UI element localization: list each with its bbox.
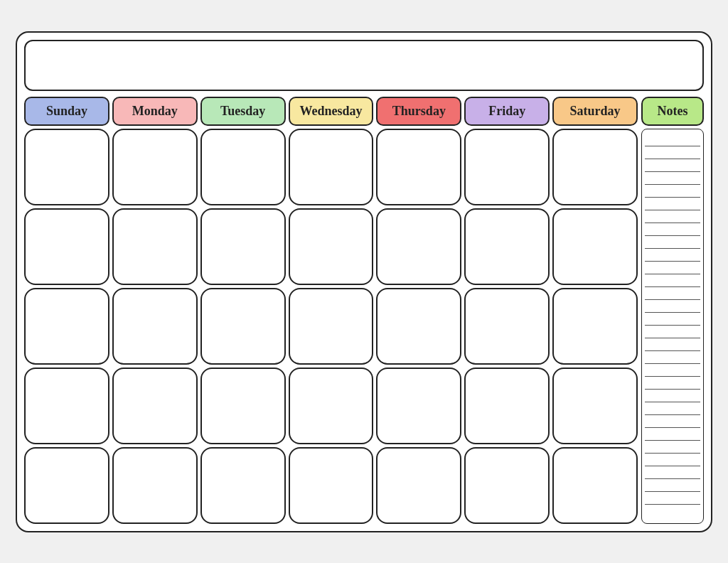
grid-row-3 <box>24 288 638 365</box>
note-line <box>645 377 700 390</box>
cell-4-6[interactable] <box>464 368 550 444</box>
cell-5-3[interactable] <box>200 447 286 524</box>
note-line <box>645 300 700 313</box>
header-monday: Monday <box>112 97 198 126</box>
cell-1-3[interactable] <box>200 129 286 205</box>
note-line <box>645 198 700 210</box>
note-line <box>645 351 700 364</box>
notes-lines[interactable] <box>641 129 704 524</box>
note-line <box>645 159 700 172</box>
cell-5-5[interactable] <box>376 447 461 524</box>
note-line <box>645 236 700 249</box>
cell-2-3[interactable] <box>200 208 286 285</box>
cell-2-4[interactable] <box>289 208 374 285</box>
grid-row-2 <box>24 208 638 285</box>
cell-3-1[interactable] <box>24 288 109 365</box>
grid-row-4 <box>24 368 638 444</box>
cell-1-5[interactable] <box>376 129 461 205</box>
cell-1-1[interactable] <box>24 129 109 205</box>
note-line <box>645 223 700 236</box>
note-line <box>645 185 700 198</box>
cell-4-7[interactable] <box>552 368 638 444</box>
cell-5-7[interactable] <box>552 447 638 524</box>
cell-4-1[interactable] <box>24 368 109 444</box>
cell-2-5[interactable] <box>376 208 461 285</box>
note-line <box>645 326 700 338</box>
cell-3-7[interactable] <box>552 288 638 365</box>
cell-4-2[interactable] <box>112 368 198 444</box>
cell-2-7[interactable] <box>552 208 638 285</box>
cell-2-6[interactable] <box>464 208 550 285</box>
note-line <box>645 505 700 518</box>
note-line <box>645 428 700 441</box>
cell-2-1[interactable] <box>24 208 109 285</box>
note-line <box>645 479 700 492</box>
days-section: Sunday Monday Tuesday Wednesday Thursday… <box>24 97 638 524</box>
notes-header: Notes <box>641 97 704 126</box>
note-line <box>645 262 700 274</box>
note-line <box>645 210 700 223</box>
cell-1-7[interactable] <box>552 129 638 205</box>
header-tuesday: Tuesday <box>200 97 286 126</box>
cell-5-6[interactable] <box>464 447 550 524</box>
title-bar[interactable] <box>24 40 704 91</box>
note-line <box>645 172 700 185</box>
note-line <box>645 364 700 377</box>
header-row: Sunday Monday Tuesday Wednesday Thursday… <box>24 97 638 126</box>
note-line <box>645 146 700 159</box>
note-line <box>645 492 700 505</box>
cell-4-3[interactable] <box>200 368 286 444</box>
grid-rows <box>24 129 638 524</box>
header-saturday: Saturday <box>552 97 638 126</box>
cell-3-4[interactable] <box>289 288 374 365</box>
header-friday: Friday <box>464 97 550 126</box>
note-line <box>645 287 700 300</box>
note-line <box>645 466 700 479</box>
cell-1-2[interactable] <box>112 129 198 205</box>
note-line <box>645 134 700 146</box>
cell-5-1[interactable] <box>24 447 109 524</box>
note-line <box>645 454 700 466</box>
header-thursday: Thursday <box>376 97 461 126</box>
note-line <box>645 441 700 454</box>
cell-4-4[interactable] <box>289 368 374 444</box>
calendar-body: Sunday Monday Tuesday Wednesday Thursday… <box>24 97 704 524</box>
grid-row-1 <box>24 129 638 205</box>
cell-3-6[interactable] <box>464 288 550 365</box>
cell-3-3[interactable] <box>200 288 286 365</box>
cell-4-5[interactable] <box>376 368 461 444</box>
cell-3-5[interactable] <box>376 288 461 365</box>
cell-1-6[interactable] <box>464 129 550 205</box>
cell-3-2[interactable] <box>112 288 198 365</box>
cell-5-4[interactable] <box>289 447 374 524</box>
header-sunday: Sunday <box>24 97 109 126</box>
header-wednesday: Wednesday <box>289 97 374 126</box>
note-line <box>645 415 700 428</box>
grid-row-5 <box>24 447 638 524</box>
cell-5-2[interactable] <box>112 447 198 524</box>
note-line <box>645 274 700 287</box>
cell-2-2[interactable] <box>112 208 198 285</box>
calendar-container: Sunday Monday Tuesday Wednesday Thursday… <box>16 31 712 532</box>
notes-section: Notes <box>641 97 704 524</box>
note-line <box>645 390 700 402</box>
note-line <box>645 402 700 415</box>
cell-1-4[interactable] <box>289 129 374 205</box>
note-line <box>645 313 700 326</box>
note-line <box>645 338 700 351</box>
note-line <box>645 249 700 262</box>
